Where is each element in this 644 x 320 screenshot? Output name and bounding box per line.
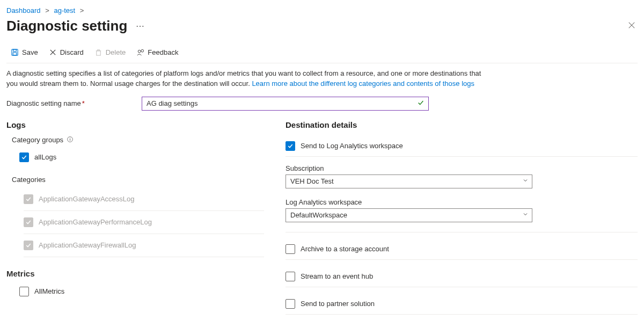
check-icon xyxy=(417,99,425,108)
workspace-value: DefaultWorkspace xyxy=(290,211,347,219)
partner-checkbox[interactable] xyxy=(286,299,295,309)
destination-column: Destination details Send to Log Analytic… xyxy=(286,120,638,315)
svg-point-4 xyxy=(138,50,141,53)
delete-icon xyxy=(94,48,103,56)
metrics-heading: Metrics xyxy=(6,269,264,278)
allmetrics-row: AllMetrics xyxy=(19,283,264,300)
feedback-icon xyxy=(136,48,144,56)
diagnostic-name-input[interactable] xyxy=(142,97,429,111)
feedback-label: Feedback xyxy=(148,48,178,56)
feedback-button[interactable]: Feedback xyxy=(132,46,182,59)
breadcrumb-ag-test[interactable]: ag-test xyxy=(54,6,75,14)
close-icon xyxy=(628,21,635,29)
breadcrumb-dashboard[interactable]: Dashboard xyxy=(6,6,41,14)
category-row-accesslog: ApplicationGatewayAccessLog xyxy=(24,188,264,211)
category-label: ApplicationGatewayAccessLog xyxy=(39,195,135,203)
partner-row: Send to partner solution xyxy=(286,287,638,315)
subscription-field: Subscription VEH Doc Test xyxy=(286,157,638,191)
close-button[interactable] xyxy=(626,18,638,34)
send-log-analytics-row: Send to Log Analytics workspace xyxy=(286,136,638,156)
category-checkbox xyxy=(24,217,33,227)
chevron-down-icon xyxy=(522,177,529,185)
info-icon[interactable] xyxy=(67,136,74,144)
save-button[interactable]: Save xyxy=(6,46,42,59)
more-actions-button[interactable]: ⋯ xyxy=(134,21,147,31)
svg-point-5 xyxy=(141,49,144,52)
logs-heading: Logs xyxy=(6,120,264,129)
partner-label: Send to partner solution xyxy=(301,300,375,308)
send-log-analytics-label: Send to Log Analytics workspace xyxy=(301,142,403,150)
stream-row: Stream to an event hub xyxy=(286,260,638,287)
category-groups-text: Category groups xyxy=(12,136,63,144)
discard-icon xyxy=(49,48,57,56)
delete-button: Delete xyxy=(90,46,130,59)
page-title: Diagnostic setting xyxy=(6,18,127,34)
archive-row: Archive to a storage account xyxy=(286,232,638,260)
subscription-select[interactable]: VEH Doc Test xyxy=(286,174,532,188)
svg-rect-8 xyxy=(70,139,70,140)
category-row-performancelog: ApplicationGatewayPerformanceLog xyxy=(24,211,264,234)
delete-label: Delete xyxy=(106,48,126,56)
command-bar: Save Discard Delete Feedback xyxy=(6,34,638,63)
category-checkbox xyxy=(24,194,33,204)
stream-label: Stream to an event hub xyxy=(301,272,373,280)
svg-rect-2 xyxy=(13,53,17,55)
breadcrumb-sep-end: > xyxy=(80,6,84,14)
stream-checkbox[interactable] xyxy=(286,272,295,281)
breadcrumb-sep: > xyxy=(45,6,49,14)
category-label: ApplicationGatewayFirewallLog xyxy=(39,241,136,249)
logs-column: Logs Category groups allLogs Categories … xyxy=(6,120,264,315)
name-field-label-wrap: Diagnostic setting name* xyxy=(6,99,135,107)
category-label: ApplicationGatewayPerformanceLog xyxy=(39,218,152,226)
discard-label: Discard xyxy=(60,48,84,56)
allmetrics-checkbox[interactable] xyxy=(19,287,29,296)
archive-label: Archive to a storage account xyxy=(301,245,389,253)
intro-text: A diagnostic setting specifies a list of… xyxy=(6,63,489,97)
name-field-label: Diagnostic setting name xyxy=(6,99,81,107)
svg-rect-3 xyxy=(96,51,100,55)
chevron-down-icon xyxy=(522,211,529,219)
breadcrumb: Dashboard > ag-test > xyxy=(6,4,638,18)
alllogs-checkbox[interactable] xyxy=(19,152,29,162)
category-row-firewalllog: ApplicationGatewayFirewallLog xyxy=(24,234,264,257)
save-label: Save xyxy=(22,48,38,56)
allmetrics-label: AllMetrics xyxy=(34,287,64,295)
destination-heading: Destination details xyxy=(286,120,638,129)
workspace-select[interactable]: DefaultWorkspace xyxy=(286,208,532,222)
workspace-field: Log Analytics workspace DefaultWorkspace xyxy=(286,191,638,232)
name-field-row: Diagnostic setting name* xyxy=(6,97,638,111)
svg-point-7 xyxy=(70,137,70,138)
workspace-label: Log Analytics workspace xyxy=(286,198,638,206)
learn-more-link[interactable]: Learn more about the different log categ… xyxy=(252,79,474,88)
discard-button[interactable]: Discard xyxy=(45,46,88,59)
svg-rect-1 xyxy=(13,49,17,52)
required-star: * xyxy=(82,99,85,107)
save-icon xyxy=(11,48,19,56)
alllogs-row: allLogs xyxy=(19,149,264,166)
category-checkbox xyxy=(24,241,33,250)
subscription-value: VEH Doc Test xyxy=(290,177,334,185)
alllogs-label: allLogs xyxy=(34,153,56,161)
send-log-analytics-checkbox[interactable] xyxy=(286,141,295,151)
category-groups-label: Category groups xyxy=(12,136,264,144)
categories-label: Categories xyxy=(12,176,264,184)
subscription-label: Subscription xyxy=(286,164,638,172)
archive-checkbox[interactable] xyxy=(286,244,295,254)
page-title-wrap: Diagnostic setting ⋯ xyxy=(6,18,147,34)
